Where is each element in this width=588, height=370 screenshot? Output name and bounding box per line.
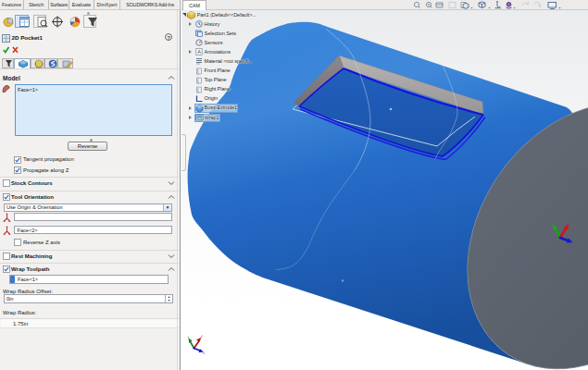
svg-text:A: A [197,49,201,55]
